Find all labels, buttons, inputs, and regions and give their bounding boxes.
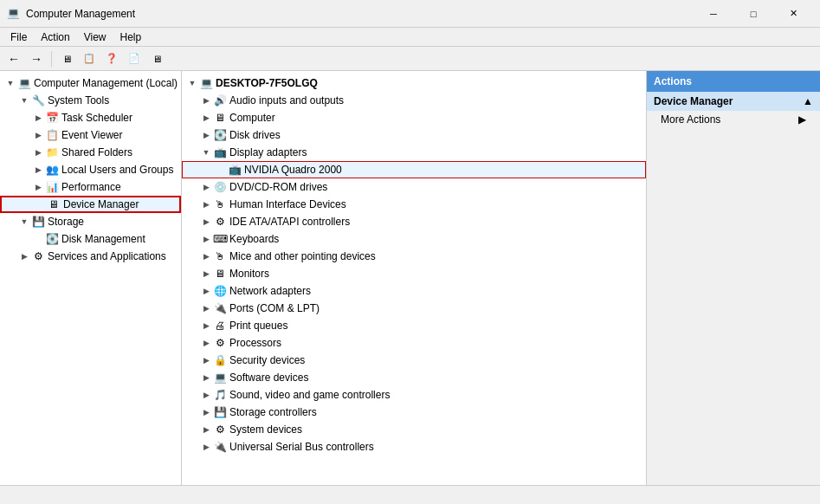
expand-computer-management[interactable]: ▼ bbox=[3, 76, 17, 90]
tree-item-storage[interactable]: ▼ 💾 Storage bbox=[0, 213, 181, 230]
tree-item-performance[interactable]: ▶ 📊 Performance bbox=[0, 178, 181, 196]
tree-item-services-applications[interactable]: ▶ ⚙ Services and Applications bbox=[0, 248, 181, 265]
tree-item-network[interactable]: ▶ 🌐 Network adapters bbox=[182, 282, 646, 300]
tree-item-software[interactable]: ▶ 💻 Software devices bbox=[182, 369, 646, 386]
label-keyboards: Keyboards bbox=[229, 233, 279, 245]
expand-mice[interactable]: ▶ bbox=[199, 249, 213, 263]
label-disk-management: Disk Management bbox=[61, 233, 145, 245]
tree-item-device-manager[interactable]: 🖥 Device Manager bbox=[0, 196, 181, 213]
expand-device-manager bbox=[33, 197, 47, 211]
expand-desktop[interactable]: ▼ bbox=[185, 76, 199, 90]
expand-system-tools[interactable]: ▼ bbox=[17, 94, 31, 107]
back-button[interactable]: ← bbox=[3, 49, 24, 68]
tree-item-ports[interactable]: ▶ 🔌 Ports (COM & LPT) bbox=[182, 300, 646, 317]
icon-print-queues: 🖨 bbox=[213, 319, 227, 333]
expand-disk-drives[interactable]: ▶ bbox=[199, 128, 213, 142]
expand-network[interactable]: ▶ bbox=[199, 284, 213, 298]
expand-shared-folders[interactable]: ▶ bbox=[31, 145, 45, 159]
tree-item-computer-management[interactable]: ▼ 💻 Computer Management (Local) bbox=[0, 74, 181, 92]
tree-item-disk-drives[interactable]: ▶ 💽 Disk drives bbox=[182, 126, 646, 144]
expand-usb[interactable]: ▶ bbox=[199, 440, 213, 454]
label-dvd: DVD/CD-ROM drives bbox=[229, 181, 327, 193]
tree-item-computer[interactable]: ▶ 🖥 Computer bbox=[182, 109, 646, 126]
expand-security[interactable]: ▶ bbox=[199, 353, 213, 367]
actions-section-device-manager[interactable]: Device Manager ▲ bbox=[647, 92, 820, 111]
icon-security: 🔒 bbox=[213, 353, 227, 367]
icon-dvd: 💿 bbox=[213, 180, 227, 194]
expand-computer[interactable]: ▶ bbox=[199, 111, 213, 125]
close-button[interactable]: ✕ bbox=[773, 0, 813, 28]
expand-dvd[interactable]: ▶ bbox=[199, 180, 213, 194]
maximize-button[interactable]: □ bbox=[733, 0, 773, 28]
expand-print-queues[interactable]: ▶ bbox=[199, 319, 213, 333]
tree-item-task-scheduler[interactable]: ▶ 📅 Task Scheduler bbox=[0, 109, 181, 126]
tree-item-event-viewer[interactable]: ▶ 📋 Event Viewer bbox=[0, 126, 181, 144]
tree-item-system-tools[interactable]: ▼ 🔧 System Tools bbox=[0, 92, 181, 109]
toolbar-btn-3[interactable]: ❓ bbox=[101, 49, 122, 68]
tree-item-processors[interactable]: ▶ ⚙ Processors bbox=[182, 334, 646, 352]
toolbar-btn-4[interactable]: 📄 bbox=[124, 49, 145, 68]
tree-item-storage-controllers[interactable]: ▶ 💾 Storage controllers bbox=[182, 404, 646, 421]
toolbar-btn-5[interactable]: 🖥 bbox=[146, 49, 167, 68]
expand-keyboards[interactable]: ▶ bbox=[199, 232, 213, 246]
label-network: Network adapters bbox=[229, 285, 311, 297]
expand-sound[interactable]: ▶ bbox=[199, 388, 213, 402]
expand-storage-controllers[interactable]: ▶ bbox=[199, 405, 213, 419]
expand-services-applications[interactable]: ▶ bbox=[17, 249, 31, 263]
tree-item-hid[interactable]: ▶ 🖱 Human Interface Devices bbox=[182, 196, 646, 213]
tree-item-security[interactable]: ▶ 🔒 Security devices bbox=[182, 352, 646, 369]
tree-item-system-devices[interactable]: ▶ ⚙ System devices bbox=[182, 421, 646, 438]
expand-ports[interactable]: ▶ bbox=[199, 301, 213, 315]
toolbar-btn-1[interactable]: 🖥 bbox=[56, 49, 77, 68]
label-nvidia: NVIDIA Quadro 2000 bbox=[244, 164, 342, 176]
menu-item-help[interactable]: Help bbox=[113, 29, 149, 45]
tree-item-ide[interactable]: ▶ ⚙ IDE ATA/ATAPI controllers bbox=[182, 213, 646, 230]
icon-event-viewer: 📋 bbox=[45, 128, 59, 142]
actions-more-actions-label: More Actions bbox=[661, 113, 720, 126]
icon-task-scheduler: 📅 bbox=[45, 111, 59, 125]
expand-audio[interactable]: ▶ bbox=[199, 94, 213, 107]
expand-task-scheduler[interactable]: ▶ bbox=[31, 111, 45, 125]
expand-performance[interactable]: ▶ bbox=[31, 180, 45, 194]
tree-item-dvd[interactable]: ▶ 💿 DVD/CD-ROM drives bbox=[182, 178, 646, 196]
expand-display-adapters[interactable]: ▼ bbox=[199, 145, 213, 159]
menu-item-file[interactable]: File bbox=[3, 29, 34, 45]
icon-storage-controllers: 💾 bbox=[213, 405, 227, 419]
expand-processors[interactable]: ▶ bbox=[199, 336, 213, 350]
tree-item-disk-management[interactable]: 💽 Disk Management bbox=[0, 230, 181, 248]
icon-shared-folders: 📁 bbox=[45, 145, 59, 159]
forward-button[interactable]: → bbox=[26, 49, 47, 68]
menu-item-action[interactable]: Action bbox=[34, 29, 76, 45]
label-event-viewer: Event Viewer bbox=[61, 129, 122, 141]
tree-item-desktop[interactable]: ▼ 💻 DESKTOP-7F5OLGQ bbox=[182, 74, 646, 92]
tree-item-monitors[interactable]: ▶ 🖥 Monitors bbox=[182, 265, 646, 282]
tree-item-keyboards[interactable]: ▶ ⌨ Keyboards bbox=[182, 230, 646, 248]
tree-item-display-adapters[interactable]: ▼ 📺 Display adapters bbox=[182, 144, 646, 161]
tree-item-nvidia[interactable]: 📺 NVIDIA Quadro 2000 bbox=[182, 161, 646, 178]
label-processors: Processors bbox=[229, 337, 281, 349]
expand-system-devices[interactable]: ▶ bbox=[199, 423, 213, 436]
actions-more-actions[interactable]: More Actions ▶ bbox=[647, 111, 820, 128]
expand-hid[interactable]: ▶ bbox=[199, 197, 213, 211]
tree-item-sound[interactable]: ▶ 🎵 Sound, video and game controllers bbox=[182, 386, 646, 404]
tree-item-print-queues[interactable]: ▶ 🖨 Print queues bbox=[182, 317, 646, 334]
title-bar: 💻 Computer Management ─ □ ✕ bbox=[0, 0, 820, 28]
expand-monitors[interactable]: ▶ bbox=[199, 267, 213, 281]
label-hid: Human Interface Devices bbox=[229, 198, 346, 210]
tree-item-usb[interactable]: ▶ 🔌 Universal Serial Bus controllers bbox=[182, 438, 646, 456]
label-device-manager: Device Manager bbox=[63, 198, 139, 210]
minimize-button[interactable]: ─ bbox=[694, 0, 733, 28]
tree-item-shared-folders[interactable]: ▶ 📁 Shared Folders bbox=[0, 144, 181, 161]
icon-computer-management: 💻 bbox=[17, 76, 31, 90]
tree-item-local-users[interactable]: ▶ 👥 Local Users and Groups bbox=[0, 161, 181, 178]
expand-event-viewer[interactable]: ▶ bbox=[31, 128, 45, 142]
tree-item-audio[interactable]: ▶ 🔊 Audio inputs and outputs bbox=[182, 92, 646, 109]
menu-item-view[interactable]: View bbox=[77, 29, 113, 45]
expand-software[interactable]: ▶ bbox=[199, 371, 213, 384]
toolbar-btn-2[interactable]: 📋 bbox=[79, 49, 100, 68]
expand-storage[interactable]: ▼ bbox=[17, 215, 31, 229]
expand-ide[interactable]: ▶ bbox=[199, 215, 213, 229]
expand-local-users[interactable]: ▶ bbox=[31, 163, 45, 177]
icon-disk-drives: 💽 bbox=[213, 128, 227, 142]
tree-item-mice[interactable]: ▶ 🖱 Mice and other pointing devices bbox=[182, 248, 646, 265]
